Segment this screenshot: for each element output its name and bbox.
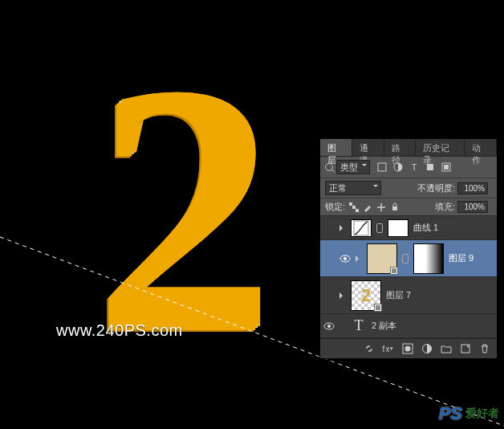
blend-opacity-row: 正常 不透明度: 100%	[320, 178, 497, 198]
layer-row-curves[interactable]: 曲线 1	[320, 216, 497, 240]
filter-adjust-icon[interactable]	[392, 161, 404, 173]
mask-thumb[interactable]	[388, 219, 408, 237]
chevron-down-icon	[362, 164, 367, 169]
layer-row-layer7[interactable]: 图层 7	[320, 277, 497, 314]
link-icon	[376, 218, 383, 239]
blend-mode-select[interactable]: 正常	[325, 181, 381, 195]
layers-list: 曲线 1 图层 9 图层 7 T 2 副本	[320, 216, 497, 338]
visibility-toggle[interactable]	[339, 253, 351, 264]
mask-thumb[interactable]	[413, 243, 444, 274]
filter-pixel-icon[interactable]	[376, 161, 388, 173]
lock-fill-row: 锁定: 填充: 100%	[320, 198, 497, 216]
smart-object-badge-icon	[374, 304, 382, 312]
text-layer-icon: T	[351, 317, 367, 334]
filter-type-icon[interactable]: T	[408, 161, 420, 173]
link-layers-icon[interactable]	[364, 343, 375, 354]
lock-label: 锁定:	[325, 201, 345, 213]
footer-ps-logo: PS	[439, 403, 462, 424]
visibility-toggle[interactable]	[323, 223, 335, 234]
svg-rect-3	[427, 164, 433, 170]
footer-cn-text: 爱好者	[465, 407, 499, 421]
blend-mode-value: 正常	[329, 183, 347, 193]
layer-name[interactable]: 图层 7	[386, 289, 411, 301]
panel-tabs: 图层 通道 路径 历史记录 动作	[320, 139, 497, 157]
expand-arrow-icon[interactable]	[356, 255, 362, 262]
svg-rect-1	[378, 163, 386, 171]
lock-transparent-icon[interactable]	[349, 202, 359, 212]
tab-channels[interactable]: 通道	[352, 139, 384, 156]
layer-fx-icon[interactable]: fx▾	[383, 343, 394, 354]
expand-arrow-icon[interactable]	[339, 292, 346, 299]
new-group-icon[interactable]	[441, 343, 452, 354]
footer-watermark: PS 爱好者	[439, 403, 499, 424]
new-layer-icon[interactable]	[460, 343, 471, 354]
filter-type-label: 类型	[340, 162, 358, 172]
visibility-toggle[interactable]	[323, 321, 335, 332]
fill-label: 填充:	[435, 201, 455, 213]
svg-rect-9	[356, 209, 359, 212]
delete-layer-icon[interactable]	[479, 343, 490, 354]
svg-rect-10	[392, 206, 397, 210]
svg-rect-8	[352, 206, 356, 209]
layers-panel: 图层 通道 路径 历史记录 动作 类型 T 正常 不透明度: 100%	[319, 138, 498, 359]
svg-point-15	[327, 325, 331, 328]
layer-thumb[interactable]	[367, 243, 397, 274]
layer-thumb[interactable]	[351, 280, 381, 311]
filter-toolbar: 类型 T	[320, 157, 497, 178]
lock-all-icon[interactable]	[390, 202, 400, 212]
layer-row-layer9[interactable]: 图层 9	[320, 240, 497, 277]
panel-footer: fx▾	[320, 338, 497, 358]
search-icon	[325, 163, 333, 171]
filter-shape-icon[interactable]	[425, 161, 436, 173]
svg-point-17	[405, 346, 411, 352]
watermark-text: www.240PS.com	[56, 321, 183, 340]
layer-row-text2copy[interactable]: T 2 副本	[320, 314, 497, 338]
filter-search: 类型	[325, 160, 370, 174]
tab-actions[interactable]: 动作	[465, 139, 497, 156]
opacity-value[interactable]: 100%	[457, 182, 488, 194]
filter-smart-icon[interactable]	[441, 161, 452, 173]
visibility-toggle[interactable]	[323, 290, 335, 301]
tab-paths[interactable]: 路径	[384, 139, 417, 156]
filter-type-select[interactable]: 类型	[336, 160, 370, 174]
layer-name[interactable]: 曲线 1	[413, 222, 438, 234]
artwork-number-two: 2	[32, 16, 337, 402]
fill-value[interactable]: 100%	[457, 201, 488, 213]
lock-paint-icon[interactable]	[363, 202, 372, 212]
chevron-down-icon	[373, 185, 378, 190]
layer-name[interactable]: 2 副本	[372, 320, 396, 332]
opacity-label: 不透明度:	[417, 182, 455, 194]
layer-name[interactable]: 图层 9	[449, 252, 474, 264]
add-mask-icon[interactable]	[402, 343, 413, 354]
svg-rect-5	[444, 165, 449, 170]
lock-move-icon[interactable]	[376, 202, 386, 212]
filter-kind-icons: T	[376, 161, 452, 173]
expand-arrow-icon[interactable]	[339, 225, 346, 231]
tab-history[interactable]: 历史记录	[416, 139, 465, 156]
smart-object-badge-icon	[390, 267, 398, 275]
svg-point-13	[343, 257, 347, 260]
adjustment-thumb-icon[interactable]	[351, 219, 372, 237]
lock-icons-group	[349, 202, 400, 212]
svg-rect-7	[349, 202, 352, 206]
link-icon	[402, 248, 408, 269]
tab-layers[interactable]: 图层	[320, 139, 352, 156]
new-adjustment-icon[interactable]	[421, 343, 433, 354]
